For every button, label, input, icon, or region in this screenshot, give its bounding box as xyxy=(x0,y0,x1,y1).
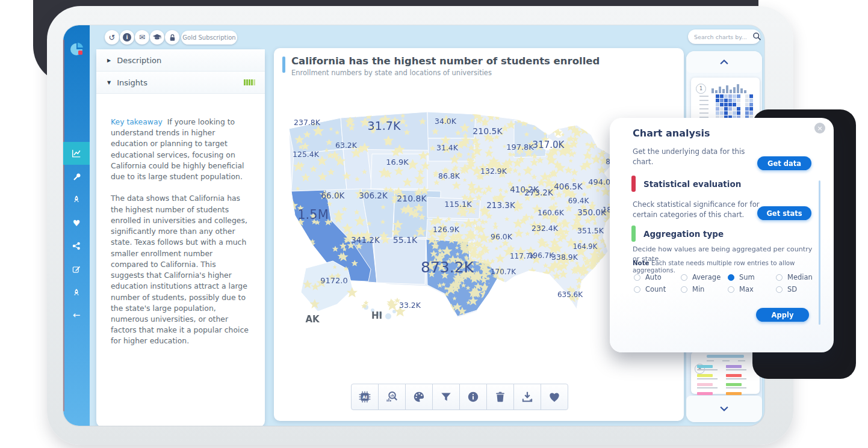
aggregation-option[interactable]: Sum xyxy=(728,273,755,281)
insights-text: Key takeaway If youre looking to underst… xyxy=(96,94,265,371)
sidebar-item-tools[interactable] xyxy=(63,165,90,188)
university-star-icon xyxy=(550,114,557,121)
close-button[interactable]: × xyxy=(814,123,825,133)
sidebar-item-launch[interactable] xyxy=(63,281,90,304)
subscription-label: Gold Subscription xyxy=(182,34,235,41)
map-value-label: 31.7K xyxy=(368,119,401,132)
search-button[interactable] xyxy=(752,31,762,44)
info-icon: i xyxy=(123,33,131,41)
wrench-icon xyxy=(72,171,81,181)
sidebar-item-edit[interactable] xyxy=(63,258,90,281)
aggregation-option[interactable]: SD xyxy=(776,285,797,293)
delete-button[interactable] xyxy=(486,384,514,410)
map-value-label: 341.2K xyxy=(351,235,380,245)
rocket-icon xyxy=(72,195,81,204)
map-value-label: 16.9K xyxy=(386,158,409,167)
accordion-insights[interactable]: ▼ Insights xyxy=(96,72,265,94)
map-value-label: 210.8K xyxy=(397,194,427,203)
note-label: Note xyxy=(633,259,649,266)
map-value-label: 9172.0 xyxy=(320,276,348,285)
map-value-label: 873.2K xyxy=(421,259,474,276)
history-button[interactable]: ↺ xyxy=(105,30,119,44)
map-value-label: 273.2K xyxy=(524,188,554,197)
favorite-button[interactable] xyxy=(541,384,568,410)
radio-icon xyxy=(776,286,783,293)
scroll-down-button[interactable] xyxy=(686,396,762,422)
scroll-up-button[interactable] xyxy=(686,51,762,73)
university-star-icon xyxy=(435,305,444,314)
get-stats-button[interactable]: Get stats xyxy=(757,206,811,220)
map-value-label: 197.8K xyxy=(506,143,534,152)
aggregation-option[interactable]: Median xyxy=(776,273,813,281)
university-star-icon xyxy=(590,118,597,126)
popup-title: Chart analysis xyxy=(633,127,710,139)
aggregation-option[interactable]: Count xyxy=(634,285,666,293)
zoom-analysis-button[interactable] xyxy=(378,384,406,410)
sidebar-item-boost[interactable] xyxy=(63,188,90,211)
apply-label: Apply xyxy=(772,311,794,319)
search-input[interactable] xyxy=(693,33,755,41)
radio-icon xyxy=(728,274,734,281)
edit-icon xyxy=(72,265,81,274)
download-icon xyxy=(521,390,534,404)
sidebar-item-back[interactable]: ← xyxy=(63,304,90,327)
university-star-icon xyxy=(548,120,553,124)
university-star-icon xyxy=(606,115,610,120)
color-palette-button[interactable] xyxy=(405,384,433,410)
chart-toolbar: AI xyxy=(351,384,568,410)
aggregation-option[interactable]: Average xyxy=(681,273,721,281)
mail-button[interactable]: ✉ xyxy=(135,30,149,44)
subscription-badge[interactable]: Gold Subscription xyxy=(181,31,237,44)
get-data-button[interactable]: Get data xyxy=(757,156,811,170)
download-button[interactable] xyxy=(513,384,541,410)
aggregation-option[interactable]: Max xyxy=(728,285,754,293)
apply-button[interactable]: Apply xyxy=(756,308,809,322)
map-value-label: 164.9K xyxy=(573,242,598,251)
chart-info-button[interactable] xyxy=(459,384,487,410)
ai-chip-icon: AI xyxy=(358,390,371,404)
filter-button[interactable] xyxy=(432,384,460,410)
insights-paragraph-2: The data shows that California has the h… xyxy=(111,193,250,346)
map-value-label: 33.2K xyxy=(399,301,421,310)
lock-button[interactable] xyxy=(165,30,179,44)
university-star-icon xyxy=(589,278,598,287)
sidebar-item-favorites[interactable]: ♥ xyxy=(63,212,90,235)
university-star-icon xyxy=(597,130,603,136)
share-icon xyxy=(72,241,81,251)
university-star-icon xyxy=(587,118,595,126)
stat-section-accent xyxy=(631,176,636,192)
university-star-icon xyxy=(581,294,592,304)
map-value-label: 31.4K xyxy=(436,143,459,152)
accordion-description[interactable]: ▶ Description xyxy=(96,49,265,72)
search-bar[interactable] xyxy=(688,29,760,44)
ai-insights-button[interactable]: AI xyxy=(351,384,379,410)
app-logo[interactable] xyxy=(67,40,86,59)
radio-icon xyxy=(776,274,783,281)
aggregation-option[interactable]: Min xyxy=(681,285,704,293)
sidebar-item-charts[interactable] xyxy=(63,142,90,165)
university-star-icon xyxy=(593,294,602,302)
university-star-icon xyxy=(584,295,595,305)
university-star-icon xyxy=(594,295,601,302)
map-value-label: 160.6K xyxy=(538,208,565,217)
sidebar-item-share[interactable] xyxy=(63,235,90,257)
chart-subtitle: Enrollment numbers by state and location… xyxy=(291,69,600,77)
popup-scrollbar[interactable] xyxy=(819,180,820,325)
map-value-label: 132.9K xyxy=(480,167,507,176)
map-value-label: 126.9K xyxy=(433,225,460,234)
university-star-icon xyxy=(305,246,315,256)
radio-label: SD xyxy=(787,285,797,293)
university-star-icon xyxy=(599,122,604,126)
education-button[interactable] xyxy=(150,30,164,44)
university-star-icon xyxy=(291,261,299,269)
map-value-label: 63.2K xyxy=(335,141,358,150)
pie-logo-icon xyxy=(67,40,86,59)
chart-thumbnail-8[interactable]: 8 xyxy=(691,352,760,394)
map-value-label: 306.2K xyxy=(359,191,388,200)
university-star-icon xyxy=(580,120,583,124)
university-star-icon xyxy=(590,278,601,289)
map-value-label: 351.5K xyxy=(577,226,604,235)
aggregation-option[interactable]: Auto xyxy=(634,273,662,281)
info-button[interactable]: i xyxy=(120,30,134,44)
university-star-icon xyxy=(479,308,486,315)
